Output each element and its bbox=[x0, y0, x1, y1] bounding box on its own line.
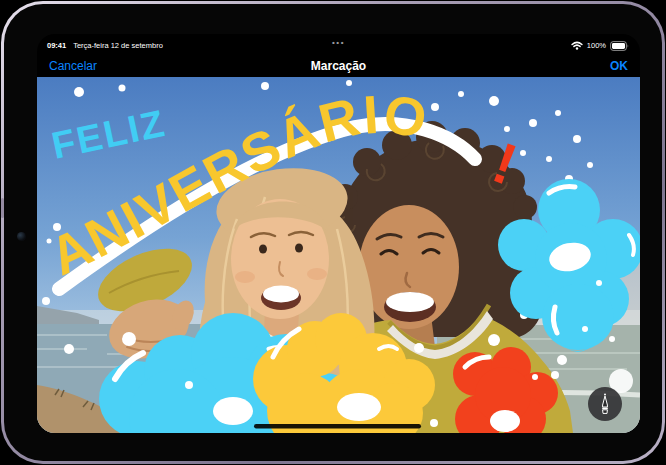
multitask-grabber[interactable]: ••• bbox=[332, 41, 345, 45]
date-label: Terça-feira 12 de setembro bbox=[73, 41, 163, 50]
nav-title: Marcação bbox=[311, 59, 366, 73]
battery-percent-label: 100% bbox=[587, 41, 606, 50]
clock-label: 09:41 bbox=[47, 41, 66, 50]
pen-tool-button[interactable] bbox=[588, 387, 622, 421]
cancel-button[interactable]: Cancelar bbox=[49, 59, 97, 73]
bezel: 09:41 Terça-feira 12 de setembro ••• 100… bbox=[4, 4, 662, 461]
screen: 09:41 Terça-feira 12 de setembro ••• 100… bbox=[37, 34, 640, 433]
status-left: 09:41 Terça-feira 12 de setembro bbox=[47, 41, 163, 50]
front-camera-icon bbox=[17, 232, 26, 241]
wifi-icon bbox=[571, 41, 583, 50]
ipad-device-frame: 09:41 Terça-feira 12 de setembro ••• 100… bbox=[1, 1, 665, 464]
ok-button[interactable]: OK bbox=[610, 59, 628, 73]
nav-bar: Cancelar Marcação OK bbox=[37, 54, 640, 77]
pen-tool-icon bbox=[599, 393, 611, 415]
markup-canvas[interactable]: FELIZ ANIVERSÁRIO ! bbox=[37, 77, 640, 433]
status-right: 100% bbox=[571, 41, 630, 51]
status-bar: 09:41 Terça-feira 12 de setembro ••• 100… bbox=[37, 34, 640, 54]
page-background: 09:41 Terça-feira 12 de setembro ••• 100… bbox=[0, 0, 666, 465]
battery-icon bbox=[610, 41, 630, 51]
home-indicator[interactable] bbox=[254, 424, 421, 429]
